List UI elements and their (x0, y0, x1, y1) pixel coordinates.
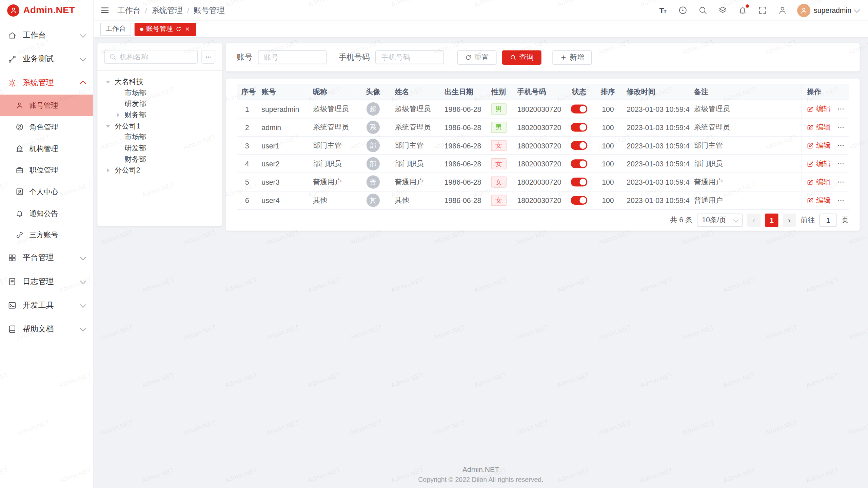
sidebar-item-role-management[interactable]: 角色管理 (0, 116, 93, 138)
cell-status (565, 100, 594, 118)
sidebar-item-position-management[interactable]: 职位管理 (0, 159, 93, 181)
profile-icon[interactable] (777, 5, 787, 15)
sidebar-item-log-management[interactable]: 日志管理 (0, 269, 93, 293)
tab-refresh-icon[interactable] (176, 26, 182, 32)
edit-button[interactable]: 编辑 (807, 141, 831, 150)
add-button[interactable]: 新增 (552, 50, 592, 64)
screen-adapt-icon[interactable] (677, 5, 687, 15)
row-more-button[interactable] (837, 142, 845, 149)
org-name-search-input[interactable] (120, 53, 193, 61)
cell-remark: 普通用户 (690, 191, 802, 209)
font-size-icon[interactable]: TT (658, 5, 668, 15)
tree-node[interactable]: 大名科技 (104, 76, 215, 87)
status-toggle[interactable] (571, 123, 588, 131)
status-toggle[interactable] (571, 177, 588, 186)
sidebar-item-system-management[interactable]: 系统管理 (0, 71, 93, 95)
sidebar-item-platform-management[interactable]: 平台管理 (0, 246, 93, 269)
footer-copyright: Copyright © 2022 Dilon All rights reserv… (94, 476, 868, 484)
sidebar-item-workbench[interactable]: 工作台 (0, 23, 93, 47)
tree-node[interactable]: 研发部 (104, 99, 215, 110)
tree-node-label: 研发部 (124, 99, 146, 109)
cell-index: 1 (237, 100, 257, 118)
account-filter-input[interactable] (258, 50, 327, 64)
tree-more-button[interactable] (201, 50, 215, 64)
cell-account: user4 (257, 191, 309, 209)
edit-button[interactable]: 编辑 (807, 122, 831, 132)
query-button[interactable]: 查询 (502, 50, 541, 64)
table-row: 6user4其他其其他1986-06-28女180200307201002023… (237, 191, 849, 209)
edit-button[interactable]: 编辑 (807, 104, 831, 114)
tree-node[interactable]: 研发部 (104, 143, 215, 154)
prev-page-button[interactable]: ‹ (747, 214, 761, 227)
column-header-birthday: 出生日期 (440, 84, 485, 100)
goto-page-input[interactable] (819, 214, 837, 227)
edit-button[interactable]: 编辑 (807, 159, 831, 169)
sidebar-item-label: 工作台 (23, 30, 46, 40)
plus-icon (560, 54, 567, 61)
sidebar-item-business-test[interactable]: 业务测试 (0, 47, 93, 71)
row-more-button[interactable] (837, 178, 845, 186)
sidebar-item-dev-tools[interactable]: 开发工具 (0, 293, 93, 317)
tree-node[interactable]: 财务部 (104, 109, 215, 121)
cell-account: user1 (257, 136, 309, 155)
breadcrumb-item[interactable]: 系统管理 (152, 5, 182, 15)
tree-node[interactable]: 分公司2 (104, 165, 215, 176)
tree-node[interactable]: 分公司1 (104, 121, 215, 132)
edit-button[interactable]: 编辑 (807, 195, 831, 205)
row-more-button[interactable] (837, 123, 845, 131)
cell-gender: 女 (485, 173, 513, 191)
tree-node-label: 财务部 (124, 110, 146, 120)
next-page-button[interactable]: › (783, 214, 796, 227)
logo-icon (7, 4, 19, 16)
row-more-button[interactable] (837, 197, 845, 204)
tree-node[interactable]: 市场部 (104, 87, 215, 99)
search-icon[interactable] (697, 5, 707, 15)
status-toggle[interactable] (571, 159, 588, 168)
sidebar-item-third-party-account[interactable]: 三方账号 (0, 224, 93, 246)
status-toggle[interactable] (571, 141, 588, 150)
breadcrumb-item[interactable]: 工作台 (117, 5, 141, 15)
cell-birthday: 1986-06-28 (440, 118, 485, 137)
tree-node[interactable]: 市场部 (104, 132, 215, 143)
tree-caret-right-icon[interactable] (104, 168, 112, 172)
cell-remark: 部门职员 (690, 155, 802, 173)
menu-toggle-icon[interactable] (100, 5, 110, 15)
notification-bell-icon[interactable] (737, 5, 747, 15)
edit-button[interactable]: 编辑 (807, 177, 831, 187)
row-more-button[interactable] (837, 105, 845, 113)
sidebar-item-account-management[interactable]: 账号管理 (0, 95, 93, 116)
tools-icon (8, 301, 17, 309)
tree-node-label: 大名科技 (115, 77, 143, 87)
tree-caret-down-icon[interactable] (104, 81, 112, 83)
column-header-sort: 排序 (593, 84, 622, 100)
table-row: 5user3普通用户普普通用户1986-06-28女18020030720100… (237, 173, 849, 191)
sidebar-item-org-management[interactable]: 机构管理 (0, 138, 93, 160)
theme-icon[interactable] (717, 5, 727, 15)
user-menu[interactable]: superadmin (797, 4, 859, 17)
fullscreen-icon[interactable] (757, 5, 767, 15)
sidebar-item-notice-announcement[interactable]: 通知公告 (0, 203, 93, 224)
tab-account-management[interactable]: 账号管理 (135, 22, 196, 36)
tree-node[interactable]: 财务部 (104, 154, 215, 165)
breadcrumb-separator: / (145, 6, 147, 15)
row-more-button[interactable] (837, 160, 845, 168)
app-logo[interactable]: Admin.NET (0, 0, 93, 20)
reset-button[interactable]: 重置 (457, 50, 497, 64)
tree-caret-down-icon[interactable] (104, 125, 112, 127)
sidebar-item-personal-center[interactable]: 个人中心 (0, 181, 93, 203)
tree-caret-right-icon[interactable] (114, 113, 122, 117)
goto-label: 前往 (801, 215, 815, 225)
current-page[interactable]: 1 (765, 214, 778, 227)
sidebar-item-help-docs[interactable]: 帮助文档 (0, 317, 93, 341)
page-size-select[interactable]: 10条/页 (697, 214, 743, 227)
phone-filter-input[interactable] (375, 50, 444, 64)
status-toggle[interactable] (571, 196, 588, 204)
tab-close-icon[interactable] (184, 26, 191, 32)
status-toggle[interactable] (571, 104, 588, 113)
cell-actions: 编辑 (802, 191, 849, 209)
cell-nickname: 部门主管 (309, 136, 356, 155)
tab-workbench[interactable]: 工作台 (100, 22, 131, 36)
column-header-phone: 手机号码 (513, 84, 565, 100)
cell-modified: 2023-01-03 10:59:44 (622, 191, 689, 209)
cell-name: 超级管理员 (391, 100, 440, 118)
